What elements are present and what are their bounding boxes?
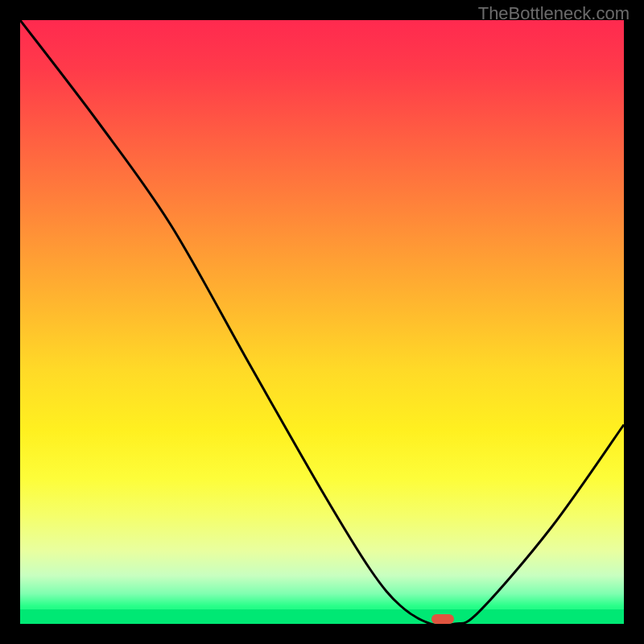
plot-area bbox=[20, 20, 624, 624]
bottleneck-curve bbox=[20, 20, 624, 624]
minimum-marker bbox=[431, 614, 454, 624]
watermark-text: TheBottleneck.com bbox=[478, 3, 630, 24]
curve-path bbox=[20, 20, 624, 624]
